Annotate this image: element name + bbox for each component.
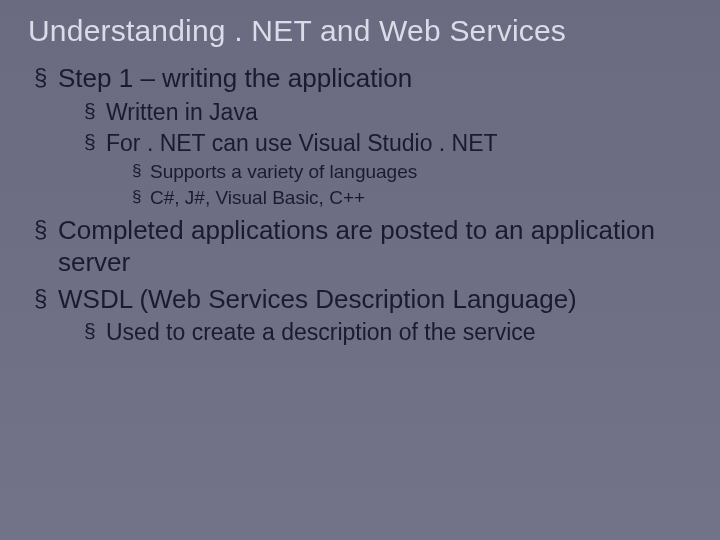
bullet-posted: Completed applications are posted to an …: [34, 214, 692, 279]
bullet-text: Completed applications are posted to an …: [58, 215, 655, 278]
bullet-sublist: Supports a variety of languages C#, J#, …: [106, 160, 692, 210]
bullet-text: C#, J#, Visual Basic, C++: [150, 187, 365, 208]
bullet-text: Step 1 – writing the application: [58, 63, 412, 93]
bullet-list: Step 1 – writing the application Written…: [28, 62, 692, 347]
bullet-languages: Supports a variety of languages: [132, 160, 692, 184]
bullet-wsdl: WSDL (Web Services Description Language)…: [34, 283, 692, 347]
bullet-text: Used to create a description of the serv…: [106, 319, 536, 345]
bullet-step1: Step 1 – writing the application Written…: [34, 62, 692, 210]
slide-title: Understanding . NET and Web Services: [28, 14, 692, 48]
bullet-text: Written in Java: [106, 99, 258, 125]
bullet-wsdl-desc: Used to create a description of the serv…: [84, 318, 692, 347]
slide: Understanding . NET and Web Services Ste…: [0, 0, 720, 540]
bullet-sublist: Used to create a description of the serv…: [58, 318, 692, 347]
bullet-text: For . NET can use Visual Studio . NET: [106, 130, 498, 156]
bullet-sublist: Written in Java For . NET can use Visual…: [58, 98, 692, 210]
bullet-vsnet: For . NET can use Visual Studio . NET Su…: [84, 129, 692, 209]
bullet-java: Written in Java: [84, 98, 692, 127]
bullet-langlist: C#, J#, Visual Basic, C++: [132, 186, 692, 210]
bullet-text: Supports a variety of languages: [150, 161, 417, 182]
bullet-text: WSDL (Web Services Description Language): [58, 284, 577, 314]
